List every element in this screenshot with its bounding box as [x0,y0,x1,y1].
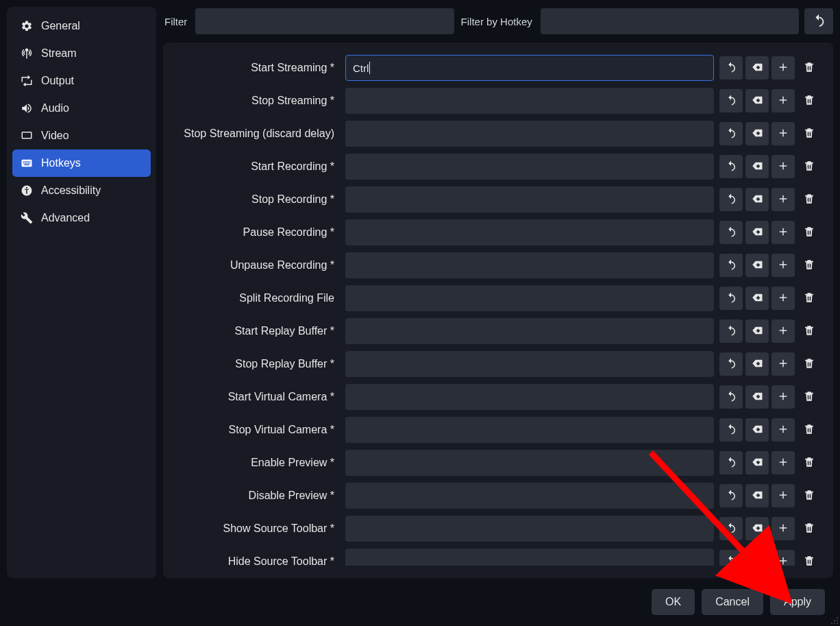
clear-button[interactable] [745,188,769,211]
add-button[interactable] [771,188,795,211]
add-button[interactable] [771,155,795,178]
hotkey-input[interactable] [345,219,714,245]
delete-button[interactable] [798,320,821,343]
clear-button[interactable] [745,56,769,80]
revert-button[interactable] [719,254,743,277]
apply-button[interactable]: Apply [770,589,825,615]
revert-button[interactable] [719,484,743,507]
delete-button[interactable] [798,254,821,277]
filter-hotkey-input[interactable] [541,8,799,34]
clear-button[interactable] [745,221,769,244]
revert-button[interactable] [719,418,743,442]
add-button[interactable] [771,517,795,540]
hotkey-list[interactable]: Start Streaming *CtrlStop Streaming *Sto… [175,55,829,566]
revert-button[interactable] [719,320,743,343]
add-button[interactable] [771,221,795,244]
clear-button[interactable] [745,254,769,277]
trash-icon [803,489,815,503]
clear-button[interactable] [745,484,769,507]
sidebar-item-hotkeys[interactable]: Hotkeys [12,149,151,177]
delete-button[interactable] [798,122,821,145]
revert-button[interactable] [719,451,743,474]
clear-button[interactable] [745,122,769,145]
revert-button[interactable] [719,385,743,409]
delete-button[interactable] [798,155,821,178]
add-button[interactable] [771,418,795,442]
hotkey-input[interactable] [345,318,714,344]
revert-button[interactable] [719,155,743,178]
clear-button[interactable] [745,550,769,566]
ok-button[interactable]: OK [652,589,695,615]
add-button[interactable] [771,550,795,566]
revert-button[interactable] [719,56,743,80]
sidebar-item-accessibility[interactable]: Accessibility [12,177,151,204]
delete-button[interactable] [798,56,821,80]
delete-button[interactable] [798,484,821,507]
revert-button[interactable] [719,122,743,145]
add-button[interactable] [771,254,795,277]
hotkey-input[interactable] [345,417,714,443]
reset-filter-button[interactable] [804,8,833,34]
clear-button[interactable] [745,89,769,112]
hotkey-input[interactable] [345,549,714,566]
hotkey-input[interactable] [345,154,714,180]
add-button[interactable] [771,451,795,474]
revert-button[interactable] [719,221,743,244]
sidebar-item-video[interactable]: Video [12,122,151,149]
add-button[interactable] [771,287,795,310]
cancel-button[interactable]: Cancel [702,589,763,615]
add-button[interactable] [771,89,795,112]
delete-button[interactable] [798,221,821,244]
delete-button[interactable] [798,89,821,112]
sidebar-item-general[interactable]: General [12,12,151,40]
add-button[interactable] [771,320,795,343]
clear-button[interactable] [745,352,769,376]
add-button[interactable] [771,352,795,376]
hotkey-input[interactable] [345,516,714,542]
hotkey-input[interactable] [345,186,714,213]
delete-button[interactable] [798,418,821,442]
add-button[interactable] [771,385,795,409]
revert-button[interactable] [719,550,743,566]
clear-button[interactable] [745,320,769,343]
hotkey-input[interactable] [345,483,714,509]
clear-button[interactable] [745,155,769,178]
revert-button[interactable] [719,287,743,310]
add-button[interactable] [771,484,795,507]
filter-input[interactable] [195,8,454,34]
clear-button[interactable] [745,451,769,474]
sidebar-item-advanced[interactable]: Advanced [12,204,151,232]
add-button[interactable] [771,122,795,145]
clear-button[interactable] [745,418,769,442]
delete-button[interactable] [798,385,821,409]
delete-button[interactable] [798,550,821,566]
hotkey-input[interactable] [345,351,714,377]
delete-button[interactable] [798,517,821,540]
delete-button[interactable] [798,352,821,376]
hotkey-input[interactable] [345,384,714,410]
revert-button[interactable] [719,517,743,540]
hotkey-actions [719,155,821,178]
delete-button[interactable] [798,451,821,474]
hotkey-input[interactable] [345,450,714,476]
sidebar-item-stream[interactable]: Stream [12,40,151,67]
add-button[interactable] [771,56,795,80]
hotkey-input[interactable] [345,252,714,278]
hotkey-input[interactable] [345,88,714,114]
revert-button[interactable] [719,89,743,112]
hotkey-actions [719,352,821,376]
hotkey-input[interactable] [345,121,714,147]
sidebar-item-output[interactable]: Output [12,67,151,95]
hotkey-input[interactable] [345,285,714,311]
sidebar-item-audio[interactable]: Audio [12,95,151,122]
hotkey-input[interactable]: Ctrl [345,55,714,81]
delete-button[interactable] [798,188,821,211]
resize-grip-icon[interactable] [830,616,839,625]
clear-button[interactable] [745,385,769,409]
clear-button[interactable] [745,517,769,540]
revert-button[interactable] [719,352,743,376]
plus-icon [777,522,789,536]
revert-button[interactable] [719,188,743,211]
clear-button[interactable] [745,287,769,310]
delete-button[interactable] [798,287,821,310]
